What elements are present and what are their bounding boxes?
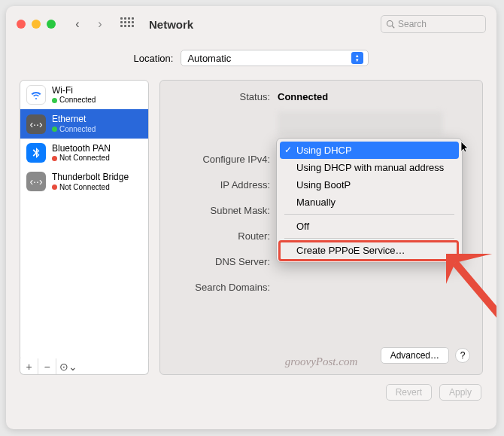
status-dot-icon xyxy=(52,184,57,190)
location-label: Location: xyxy=(134,53,174,64)
close-icon[interactable] xyxy=(17,20,26,29)
revert-button[interactable]: Revert xyxy=(386,384,432,401)
sidebar: Wi-Fi Connected ‹··› Ethernet Connected xyxy=(20,80,149,375)
footer: Revert Apply xyxy=(6,375,496,410)
status-dot-icon xyxy=(52,127,57,132)
dns-server-label: DNS Server: xyxy=(172,256,270,267)
status-value: Connected xyxy=(278,91,328,102)
menu-item-manually[interactable]: Manually xyxy=(280,194,459,211)
content: Wi-Fi Connected ‹··› Ethernet Connected xyxy=(6,80,496,375)
configure-ipv4-dropdown: ✓ Using DHCP Using DHCP with manual addr… xyxy=(276,138,463,263)
minimize-icon[interactable] xyxy=(32,20,41,29)
apply-button[interactable]: Apply xyxy=(439,384,481,401)
help-button[interactable]: ? xyxy=(455,348,470,363)
bluetooth-icon xyxy=(26,143,46,163)
location-select[interactable]: Automatic ▴▾ xyxy=(181,50,369,66)
select-arrows-icon: ▴▾ xyxy=(351,52,363,64)
router-label: Router: xyxy=(172,230,270,242)
sidebar-item-thunderbolt-bridge[interactable]: ‹··› Thunderbolt Bridge Not Connected xyxy=(20,167,148,196)
main-panel: Status: Connected Configure IPv4: IP Add… xyxy=(159,80,483,375)
wifi-icon xyxy=(26,85,46,105)
status-label: Status: xyxy=(172,91,270,102)
search-placeholder: Search xyxy=(398,19,427,29)
traffic-lights xyxy=(17,20,56,29)
watermark: groovyPost.com xyxy=(285,355,358,368)
menu-separator xyxy=(284,238,454,239)
menu-item-off[interactable]: Off xyxy=(280,218,459,235)
search-icon xyxy=(386,20,395,29)
back-button[interactable]: ‹ xyxy=(69,16,86,32)
thunderbolt-icon: ‹··› xyxy=(26,172,46,191)
subnet-mask-label: Subnet Mask: xyxy=(172,205,270,216)
service-name: Bluetooth PAN xyxy=(52,143,111,154)
status-dot-icon xyxy=(52,98,57,103)
remove-service-button[interactable]: − xyxy=(38,358,56,374)
service-name: Ethernet xyxy=(52,114,96,124)
advanced-button[interactable]: Advanced… xyxy=(381,347,449,364)
sidebar-item-wifi[interactable]: Wi-Fi Connected xyxy=(20,81,148,109)
titlebar: ‹ › Network Search xyxy=(6,6,496,42)
menu-separator xyxy=(284,214,454,215)
sidebar-item-ethernet[interactable]: ‹··› Ethernet Connected xyxy=(20,109,148,138)
configure-ipv4-label: Configure IPv4: xyxy=(172,154,270,165)
search-input[interactable]: Search xyxy=(381,15,486,33)
window-title: Network xyxy=(149,18,193,31)
service-options-button[interactable]: ⊙⌄ xyxy=(56,358,148,374)
sidebar-controls: + − ⊙⌄ xyxy=(20,358,149,375)
menu-item-create-pppoe[interactable]: Create PPPoE Service… xyxy=(280,242,459,259)
menu-item-using-dhcp[interactable]: ✓ Using DHCP xyxy=(280,142,459,159)
svg-point-0 xyxy=(387,21,393,27)
service-list: Wi-Fi Connected ‹··› Ethernet Connected xyxy=(20,80,149,361)
show-all-icon[interactable] xyxy=(120,17,134,31)
search-domains-label: Search Domains: xyxy=(172,282,270,293)
add-service-button[interactable]: + xyxy=(20,358,38,374)
svg-line-1 xyxy=(392,26,394,28)
svg-line-2 xyxy=(455,263,496,337)
zoom-icon[interactable] xyxy=(47,20,56,29)
service-name: Wi-Fi xyxy=(52,85,96,96)
menu-item-bootp[interactable]: Using BootP xyxy=(280,176,459,194)
location-value: Automatic xyxy=(187,53,231,64)
menu-item-dhcp-manual[interactable]: Using DHCP with manual address xyxy=(280,159,459,176)
location-row: Location: Automatic ▴▾ xyxy=(6,42,496,80)
status-dot-icon xyxy=(52,156,57,161)
service-name: Thunderbolt Bridge xyxy=(52,172,129,182)
ip-address-label: IP Address: xyxy=(172,179,270,191)
preferences-window: ‹ › Network Search Location: Automatic ▴… xyxy=(6,6,496,429)
sidebar-item-bluetooth-pan[interactable]: Bluetooth PAN Not Connected xyxy=(20,139,148,167)
check-icon: ✓ xyxy=(284,145,292,155)
redacted-info xyxy=(278,111,443,136)
ethernet-icon: ‹··› xyxy=(26,114,46,134)
forward-button[interactable]: › xyxy=(92,16,108,32)
